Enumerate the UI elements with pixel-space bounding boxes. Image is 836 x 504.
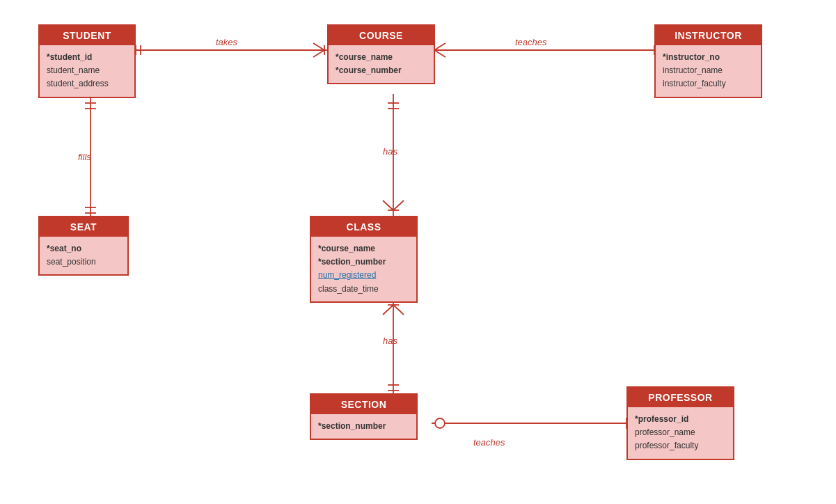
entity-course: COURSE *course_name *course_number	[327, 24, 435, 84]
relation-has-class: has	[383, 146, 397, 157]
entity-course-header: COURSE	[329, 26, 434, 45]
relation-teaches-instructor: teaches	[515, 37, 547, 47]
field-course-name: *course_name	[336, 51, 427, 64]
field-student-id: *student_id	[47, 51, 127, 64]
entity-professor-header: PROFESSOR	[628, 388, 733, 407]
entity-class-body: *course_name *section_number num_registe…	[311, 237, 416, 301]
entity-section-header: SECTION	[311, 395, 416, 414]
svg-line-22	[383, 200, 393, 210]
relation-fills: fills	[78, 152, 91, 162]
entity-instructor-body: *instructor_no instructor_name instructo…	[656, 45, 761, 97]
svg-line-26	[383, 305, 393, 315]
entity-seat: SEAT *seat_no seat_position	[38, 216, 129, 276]
entity-student: STUDENT *student_id student_name student…	[38, 24, 136, 98]
entity-class: CLASS *course_name *section_number num_r…	[310, 216, 418, 303]
field-professor-name: professor_name	[635, 426, 726, 439]
svg-line-9	[434, 43, 445, 50]
field-class-date-time: class_date_time	[318, 283, 409, 296]
entity-student-body: *student_id student_name student_address	[40, 45, 134, 97]
field-section-number: *section_number	[318, 420, 409, 433]
svg-line-27	[393, 305, 404, 315]
entity-section: SECTION *section_number	[310, 393, 418, 440]
svg-line-6	[313, 50, 324, 57]
entity-instructor: INSTRUCTOR *instructor_no instructor_nam…	[654, 24, 762, 98]
field-instructor-no: *instructor_no	[663, 51, 754, 64]
relation-takes: takes	[216, 37, 237, 47]
relation-teaches-professor: teaches	[473, 437, 505, 448]
entity-instructor-header: INSTRUCTOR	[656, 26, 761, 45]
field-seat-position: seat_position	[47, 255, 120, 269]
entity-professor-body: *professor_id professor_name professor_f…	[628, 407, 733, 459]
field-class-num-registered: num_registered	[318, 269, 409, 282]
field-student-address: student_address	[47, 77, 127, 90]
field-seat-no: *seat_no	[47, 242, 120, 255]
field-class-course-name: *course_name	[318, 242, 409, 255]
entity-seat-header: SEAT	[40, 217, 127, 237]
field-instructor-name: instructor_name	[663, 64, 754, 77]
entity-professor: PROFESSOR *professor_id professor_name p…	[626, 386, 734, 460]
field-professor-id: *professor_id	[635, 413, 726, 426]
svg-line-10	[434, 50, 445, 57]
entity-class-header: CLASS	[311, 217, 416, 237]
field-class-section-number: *section_number	[318, 255, 409, 269]
entity-course-body: *course_name *course_number	[329, 45, 434, 83]
entity-student-header: STUDENT	[40, 26, 134, 45]
field-professor-faculty: professor_faculty	[635, 439, 726, 452]
svg-line-5	[313, 43, 324, 50]
field-course-number: *course_number	[336, 64, 427, 77]
field-instructor-faculty: instructor_faculty	[663, 77, 754, 90]
svg-point-31	[435, 418, 445, 428]
relation-has-section: has	[383, 336, 397, 346]
entity-seat-body: *seat_no seat_position	[40, 237, 127, 274]
entity-section-body: *section_number	[311, 414, 416, 439]
diagram-canvas: STUDENT *student_id student_name student…	[0, 0, 836, 504]
svg-line-23	[393, 200, 404, 210]
field-student-name: student_name	[47, 64, 127, 77]
